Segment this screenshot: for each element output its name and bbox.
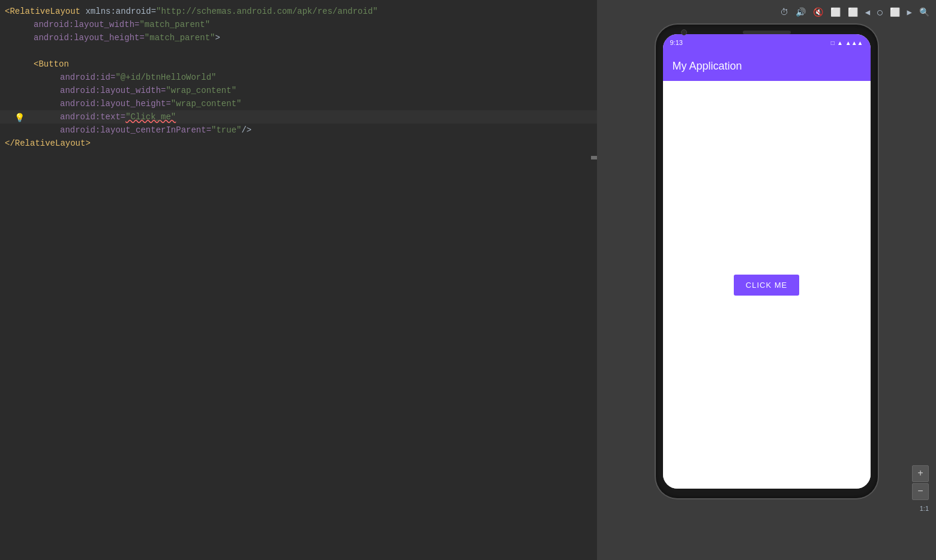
code-line (0, 44, 597, 58)
xml-attr-value: "match_parent" (139, 18, 210, 31)
layout-icon[interactable]: ⬜ (829, 6, 842, 19)
code-area: <RelativeLayout xmlns:android= "http://s… (0, 0, 597, 155)
forward-icon[interactable]: ▶ (905, 6, 914, 19)
layout2-icon[interactable]: ⬜ (846, 6, 860, 19)
battery-icon: □ (831, 40, 835, 46)
xml-plain: /> (241, 124, 251, 137)
status-icons: □ ▲ ▲▲▲ (831, 40, 863, 46)
phone-speaker (743, 31, 791, 34)
code-line: <Button (0, 58, 597, 71)
zoom-out-button[interactable]: − (912, 483, 929, 500)
app-title: My Application (673, 60, 742, 73)
timer-icon[interactable]: ⏱ (778, 7, 790, 19)
xml-attr-value: "http://schemas.android.com/apk/res/andr… (156, 5, 378, 18)
xml-attr-value: "wrap_content" (171, 97, 242, 110)
back-icon[interactable]: ◀ (863, 6, 872, 19)
empty-line (5, 44, 10, 58)
code-line: </RelativeLayout> (0, 137, 597, 150)
volume-up-icon[interactable]: 🔊 (794, 6, 808, 19)
code-line: android:layout_width= "match_parent" (0, 18, 597, 31)
android-content-area: CLICK ME (663, 81, 871, 489)
xml-attr-name: android:layout_centerInParent= (60, 124, 211, 137)
xml-plain: xmlns:android= (80, 5, 156, 18)
zoom-ratio-label: 1:1 (920, 505, 929, 512)
xml-attr-name: android:id= (60, 71, 115, 84)
code-line-active: 💡 android:text= "Click_me" (0, 110, 597, 124)
search-icon[interactable]: 🔍 (917, 6, 931, 19)
signal-icon: ▲▲▲ (845, 40, 863, 46)
phone-camera (681, 29, 687, 35)
gutter-lightbulb-icon: 💡 (14, 112, 25, 125)
xml-attr-value: "@+id/btnHelloWorld" (115, 71, 216, 84)
xml-attr-name: android:layout_width= (60, 84, 166, 97)
xml-tag: <Button (34, 58, 69, 71)
zoom-controls: + − (912, 465, 929, 500)
xml-attr-name: android:layout_height= (34, 31, 145, 44)
xml-attr-name: android:layout_width= (34, 18, 139, 31)
code-line: android:id= "@+id/btnHelloWorld" (0, 71, 597, 84)
volume-off-icon[interactable]: 🔇 (811, 6, 825, 19)
home-icon[interactable]: ◯ (875, 6, 884, 19)
wifi-icon: ▲ (837, 40, 843, 46)
xml-attr-name: android:text= (60, 110, 125, 124)
code-line: android:layout_height= "match_parent" > (0, 31, 597, 44)
xml-attr-name: android:layout_height= (60, 97, 171, 110)
code-editor: <RelativeLayout xmlns:android= "http://s… (0, 0, 597, 560)
scroll-indicator (591, 156, 597, 159)
zoom-in-button[interactable]: + (912, 465, 929, 482)
xml-tag: <RelativeLayout (5, 5, 80, 18)
xml-plain: > (215, 31, 220, 44)
xml-attr-value: "wrap_content" (166, 84, 236, 97)
xml-attr-value: "match_parent" (145, 31, 215, 44)
device-preview-panel: ⏱ 🔊 🔇 ⬜ ⬜ ◀ ◯ ⬜ ▶ 🔍 9:13 □ ▲ ▲▲▲ M (597, 0, 936, 560)
recents-icon[interactable]: ⬜ (888, 6, 902, 19)
xml-attr-value-underlined: "Click_me" (125, 110, 176, 124)
xml-attr-value: "true" (211, 124, 241, 137)
code-line: <RelativeLayout xmlns:android= "http://s… (0, 5, 597, 18)
xml-closing-tag: </RelativeLayout> (5, 137, 91, 150)
code-line: android:layout_centerInParent= "true" /> (0, 124, 597, 137)
android-status-bar: 9:13 □ ▲ ▲▲▲ (663, 34, 871, 51)
phone-screen: 9:13 □ ▲ ▲▲▲ My Application CLICK ME (663, 34, 871, 489)
android-app-toolbar: My Application (663, 51, 871, 81)
preview-toolbar: ⏱ 🔊 🔇 ⬜ ⬜ ◀ ◯ ⬜ ▶ 🔍 (597, 5, 936, 22)
status-time: 9:13 (670, 39, 683, 46)
code-line: android:layout_width= "wrap_content" (0, 84, 597, 97)
code-line: android:layout_height= "wrap_content" (0, 97, 597, 110)
click-me-button[interactable]: CLICK ME (734, 275, 799, 296)
phone-device: 9:13 □ ▲ ▲▲▲ My Application CLICK ME (656, 25, 878, 498)
